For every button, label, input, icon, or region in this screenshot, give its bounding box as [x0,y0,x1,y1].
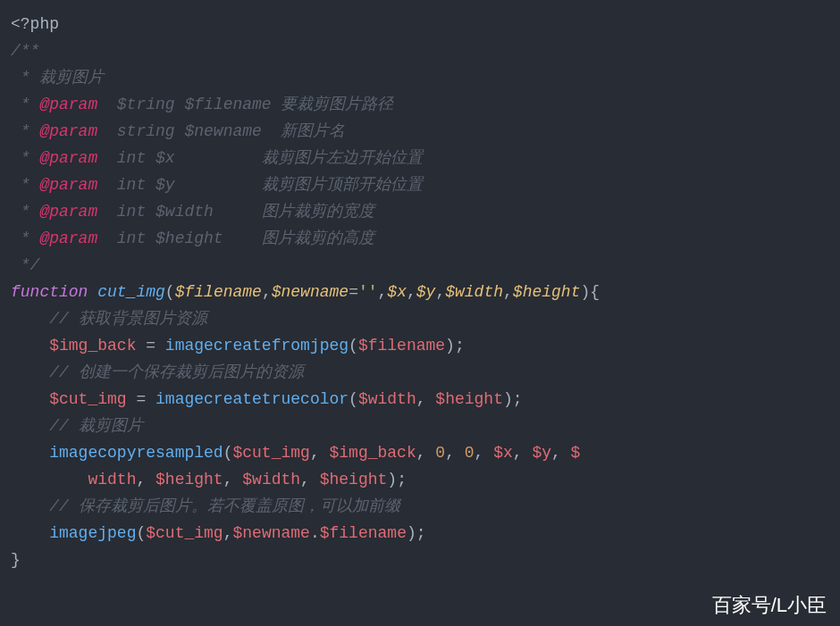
fn-imagecopyresampled: imagecopyresampled [49,444,223,462]
docblock-open: /** [11,42,39,60]
param-tag: @param [39,176,97,194]
docblock-close: */ [11,256,39,274]
param-height: $height [513,283,581,301]
code-block: <?php /** * 裁剪图片 * @param $tring $filena… [0,0,840,584]
param-filename: $filename [175,283,262,301]
param-x: $x [387,283,407,301]
fn-imagecreatetruecolor: imagecreatetruecolor [155,390,349,408]
param-tag: @param [39,203,97,221]
comment: // 保存裁剪后图片。若不覆盖原图，可以加前缀 [49,497,399,515]
param-tag: @param [39,96,97,113]
comment: // 创建一个保存裁剪后图片的资源 [49,363,303,381]
param-tag: @param [39,122,97,140]
function-keyword: function [11,283,88,301]
fn-imagejpeg: imagejpeg [49,524,136,542]
comment: // 裁剪图片 [49,417,142,435]
param-tag: @param [39,149,97,167]
watermark: 百家号/L小臣 [712,592,827,619]
comment: // 获取背景图片资源 [49,310,206,328]
var-img-back: $img_back [49,337,136,355]
param-newname: $newname [272,283,349,301]
fn-imagecreatefromjpeg: imagecreatefromjpeg [165,337,349,355]
close-brace: } [11,551,21,569]
docblock-title: * 裁剪图片 [11,69,104,87]
param-y: $y [416,283,436,301]
var-cut-img: $cut_img [49,390,126,408]
php-open-tag: <?php [11,15,59,33]
param-tag: @param [39,230,97,247]
param-width: $width [445,283,503,301]
function-name: cut_img [97,283,165,301]
